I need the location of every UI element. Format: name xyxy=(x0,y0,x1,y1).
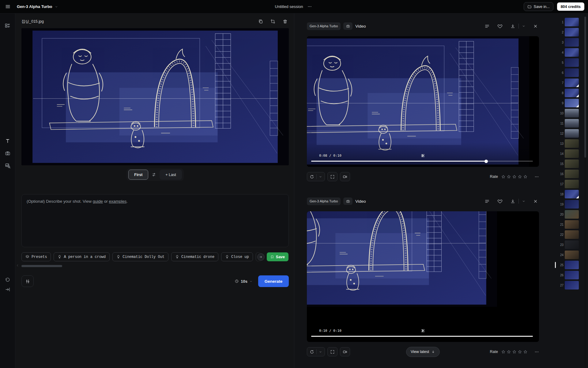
generation-thumbnail[interactable]: 8 xyxy=(559,89,582,97)
favorite-button[interactable] xyxy=(496,197,504,205)
star-icon[interactable] xyxy=(518,350,522,354)
chips-scroll-right-button[interactable] xyxy=(257,253,265,261)
main-menu-button[interactable] xyxy=(4,2,12,11)
star-icon[interactable] xyxy=(512,174,517,179)
generation-thumbnail[interactable]: 15 xyxy=(559,159,582,168)
camera-tool-button[interactable] xyxy=(2,148,13,159)
star-icon[interactable] xyxy=(501,174,506,179)
swap-keyframes-button[interactable] xyxy=(151,172,156,177)
use-as-video-input-button[interactable] xyxy=(340,347,350,356)
rail-scrollbar[interactable] xyxy=(584,13,586,368)
generation-thumbnail[interactable]: 6 xyxy=(559,68,582,77)
collapse-panel-button[interactable] xyxy=(2,284,13,295)
model-selector[interactable]: Gen-3 Alpha Turbo xyxy=(17,4,58,9)
generation-thumbnail[interactable]: 27 xyxy=(559,281,582,289)
prompt-input[interactable]: (Optional) Describe your shot. View guid… xyxy=(21,194,289,247)
expand-frame-button[interactable] xyxy=(327,347,337,356)
star-icon[interactable] xyxy=(518,174,522,179)
regenerate-split-button[interactable] xyxy=(307,172,325,181)
generation-thumbnail[interactable]: 9 xyxy=(559,99,582,107)
session-title[interactable]: Untitled session xyxy=(275,4,303,9)
duplicate-image-button[interactable] xyxy=(257,18,264,25)
input-image-preview[interactable] xyxy=(21,28,289,165)
assets-panel-button[interactable] xyxy=(2,20,13,31)
chips-scrollbar[interactable] xyxy=(21,265,289,267)
generation-thumbnail[interactable]: 24 xyxy=(559,251,582,259)
generation-thumbnail[interactable]: 21 xyxy=(559,220,582,229)
star-icon[interactable] xyxy=(507,350,511,354)
image-search-tool-button[interactable] xyxy=(2,160,13,171)
session-menu-button[interactable] xyxy=(306,3,313,10)
close-card-button[interactable] xyxy=(532,23,539,30)
seek-bar[interactable] xyxy=(311,161,533,162)
generation-thumbnail[interactable]: 10 xyxy=(559,109,582,117)
seek-bar[interactable] xyxy=(311,336,533,337)
chips-scrollbar-thumb[interactable] xyxy=(21,265,62,267)
generation-thumbnail[interactable]: 4 xyxy=(559,48,582,57)
star-icon[interactable] xyxy=(512,350,517,354)
download-options-button[interactable] xyxy=(521,23,527,29)
save-in-button[interactable]: Save in... xyxy=(524,2,553,11)
generation-thumbnail[interactable]: 11 xyxy=(559,119,582,128)
prompt-chip[interactable]: Close up xyxy=(221,252,253,261)
player-more-button[interactable] xyxy=(530,155,533,157)
guide-link[interactable]: guide xyxy=(93,199,103,204)
examples-link[interactable]: examples xyxy=(109,199,126,204)
generation-thumbnail[interactable]: 16 xyxy=(559,170,582,178)
prompt-chip[interactable]: Cinematic drone xyxy=(171,252,218,261)
download-button[interactable] xyxy=(509,197,517,205)
close-card-button[interactable] xyxy=(532,198,539,205)
rail-scrollbar-thumb[interactable] xyxy=(584,17,586,158)
generation-thumbnail[interactable]: 2 xyxy=(559,28,582,36)
favorite-button[interactable] xyxy=(496,22,504,30)
use-as-video-input-button[interactable] xyxy=(340,172,350,181)
seek-handle[interactable] xyxy=(484,159,488,163)
last-keyframe-tab[interactable]: + Last xyxy=(160,170,182,180)
video-player[interactable]: 0:08 / 0:10 xyxy=(307,36,539,167)
generation-thumbnail[interactable]: 25 xyxy=(559,261,582,269)
generation-thumbnail[interactable]: 23 xyxy=(559,240,582,249)
generation-thumbnail[interactable]: 17 xyxy=(559,180,582,188)
generation-thumbnail[interactable]: 26 xyxy=(559,271,582,279)
regenerate-split-button[interactable] xyxy=(307,347,325,356)
prompt-details-button[interactable] xyxy=(483,22,491,30)
crop-image-button[interactable] xyxy=(269,18,277,25)
generate-button[interactable]: Generate xyxy=(258,275,289,287)
prompt-chip[interactable]: Presets xyxy=(21,252,51,261)
star-icon[interactable] xyxy=(523,174,528,179)
generation-thumbnail[interactable]: 20 xyxy=(559,210,582,219)
view-latest-button[interactable]: View latest xyxy=(406,347,440,357)
prompt-details-button[interactable] xyxy=(483,197,491,205)
card-more-button[interactable] xyxy=(534,174,539,179)
generation-thumbnail[interactable]: 18 xyxy=(559,190,582,198)
delete-image-button[interactable] xyxy=(281,18,289,25)
generation-thumbnail[interactable]: 14 xyxy=(559,149,582,158)
download-button[interactable] xyxy=(509,22,517,30)
generation-thumbnail[interactable]: 5 xyxy=(559,58,582,67)
generation-thumbnail[interactable]: 13 xyxy=(559,139,582,148)
expand-frame-button[interactable] xyxy=(327,172,337,181)
prompt-chip[interactable]: A person in a crowd xyxy=(54,252,110,261)
history-button[interactable] xyxy=(2,274,13,285)
generation-thumbnail[interactable]: 22 xyxy=(559,230,582,239)
text-tool-button[interactable] xyxy=(2,136,13,146)
credits-badge[interactable]: 804 credits xyxy=(557,2,584,11)
prompt-chip[interactable]: Cinematic Dolly Out xyxy=(112,252,168,261)
generation-thumbnail[interactable]: 1 xyxy=(559,18,582,26)
card-more-button[interactable] xyxy=(534,350,539,354)
download-options-button[interactable] xyxy=(521,198,527,204)
star-icon[interactable] xyxy=(501,350,506,354)
video-player[interactable]: 0:10 / 0:10 xyxy=(307,211,539,342)
video-settings-button[interactable] xyxy=(21,275,34,287)
generation-thumbnail[interactable]: 12 xyxy=(559,129,582,138)
save-preset-button[interactable]: Save xyxy=(267,252,288,261)
generation-thumbnail[interactable]: 3 xyxy=(559,38,582,47)
star-icon[interactable] xyxy=(507,174,511,179)
player-more-button[interactable] xyxy=(530,330,533,332)
star-icon[interactable] xyxy=(523,350,528,354)
generation-thumbnail[interactable]: 7 xyxy=(559,79,582,87)
chips-scroll-left-icon[interactable] xyxy=(16,264,19,267)
first-keyframe-tab[interactable]: First xyxy=(128,170,148,180)
generation-thumbnail[interactable]: 19 xyxy=(559,200,582,209)
duration-select[interactable]: 10s xyxy=(235,279,253,284)
